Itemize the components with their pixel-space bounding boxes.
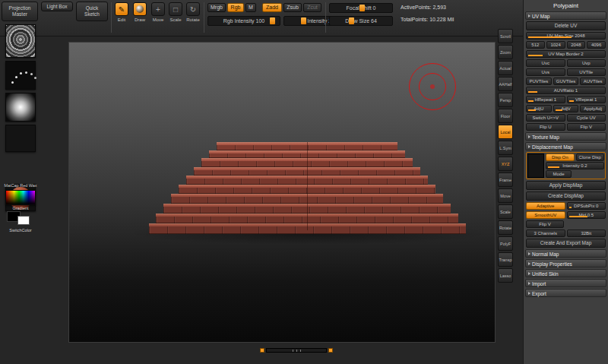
flip-u-button[interactable]: Flip U (526, 123, 565, 131)
auvtiles-button[interactable]: AUVTiles (580, 78, 606, 85)
puvtiles-button[interactable]: PUVTiles (526, 78, 552, 85)
shelf-frame-button[interactable]: Frame (498, 173, 513, 187)
apply-adj-button[interactable]: ApplyAdj (580, 105, 606, 112)
mrgb-button[interactable]: Mrgb (207, 3, 226, 12)
focal-shift-slider[interactable]: Focal Shift 0 (329, 3, 393, 13)
shelf-move-button[interactable]: Move (498, 188, 513, 203)
shelf-xyz-button[interactable]: XYZ (498, 157, 513, 171)
uv-map-size-slider[interactable]: UV Map Size 2048 (526, 32, 606, 40)
brush-thumbnail[interactable] (5, 24, 36, 58)
zcut-button[interactable]: Zcut (303, 3, 321, 12)
smooth-uv-button[interactable]: SmoothUV (526, 211, 565, 219)
texture-thumbnail[interactable] (5, 125, 36, 152)
section-import[interactable]: Import (525, 279, 606, 287)
auv-ratio-slider[interactable]: AUVRatio 1 (526, 87, 606, 94)
shelf-floor-button[interactable]: Floor (498, 109, 513, 123)
panel-title: Polypaint (524, 2, 608, 10)
adjv-slider[interactable]: AdjV (553, 105, 579, 112)
stroke-thumbnail[interactable] (5, 61, 36, 90)
disp-mode-button[interactable]: Mode (546, 170, 572, 178)
channels-button[interactable]: 3 Channels (526, 229, 565, 237)
shelf-persp-button[interactable]: Persp (498, 93, 513, 107)
section-display-properties[interactable]: Display Properties (525, 259, 606, 267)
m-button[interactable]: M (245, 3, 256, 12)
scroll-right-handle[interactable] (328, 348, 333, 353)
scale-button[interactable]: □ (169, 2, 182, 16)
disp-on-button[interactable]: Disp On (546, 154, 575, 161)
shelf-rotate-button[interactable]: Rotate (498, 220, 513, 235)
uvs-button[interactable]: Uvs (526, 68, 565, 76)
delete-uv-button[interactable]: Delete UV (526, 21, 606, 30)
move-button[interactable]: + (151, 2, 165, 16)
section-texture-map[interactable]: Texture Map (525, 132, 606, 141)
slider-handle[interactable] (349, 17, 354, 24)
adaptive-button[interactable]: Adaptive (526, 202, 565, 210)
flip-v-button[interactable]: Flip V (567, 123, 606, 131)
create-dispmap-button[interactable]: Create DispMap (526, 191, 606, 201)
toolbar-divider (111, 2, 112, 33)
scroll-track[interactable] (266, 348, 327, 353)
uvp-button[interactable]: Uvp (567, 59, 606, 67)
size-1024-button[interactable]: 1024 (546, 41, 565, 49)
alpha-thumbnail[interactable] (5, 93, 36, 122)
vrepeat-slider[interactable]: VRepeat 1 (567, 96, 606, 103)
projection-master-button[interactable]: Projection Master (2, 2, 38, 21)
apply-dispmap-button[interactable]: Apply DispMap (526, 181, 606, 190)
adju-slider[interactable]: AdjU (526, 105, 552, 112)
slider-handle[interactable] (270, 17, 275, 24)
uvc-button[interactable]: Uvc (526, 59, 565, 67)
shelf-transp-button[interactable]: Transp (498, 252, 513, 267)
section-unified-skin[interactable]: Unified Skin (525, 269, 606, 277)
shelf-local-button[interactable]: Local (498, 125, 513, 139)
disp-intensity-slider[interactable]: Intensity 0.2 (546, 162, 604, 169)
expand-arrow-icon (528, 135, 530, 138)
secondary-color-swatch[interactable] (17, 216, 30, 225)
size-2048-button[interactable]: 2048 (567, 41, 586, 49)
cycle-uv-button[interactable]: Cycle UV (567, 114, 606, 122)
shelf-polyf-button[interactable]: PolyF (498, 236, 513, 251)
clone-disp-button[interactable]: Clone Disp (576, 154, 605, 161)
uv-map-border-slider[interactable]: UV Map Border 2 (526, 50, 606, 58)
shelf-lasso-button[interactable]: Lasso (498, 268, 513, 283)
scroll-left-handle[interactable] (260, 348, 264, 353)
rotate-button[interactable]: ↻ (186, 2, 200, 16)
total-points-stat: TotalPoints: 10.228 Mil (401, 17, 454, 22)
color-picker[interactable] (5, 190, 36, 205)
section-displacement-map[interactable]: Displacement Map (525, 142, 606, 150)
size-512-button[interactable]: 512 (526, 41, 545, 49)
draw-size-slider[interactable]: Draw Size 64 (329, 16, 393, 26)
zsub-button[interactable]: Zsub (283, 3, 302, 12)
slider-handle[interactable] (301, 17, 306, 24)
edit-label: Edit (113, 17, 130, 22)
shelf-aahalf-button[interactable]: AAHalf (498, 77, 513, 91)
slider-handle[interactable] (359, 5, 365, 11)
disp-flip-v-button[interactable]: Flip V (526, 220, 564, 228)
shelf-scale-button[interactable]: Scale (498, 204, 513, 219)
light-box-button[interactable]: Light Box (41, 2, 73, 11)
guvtiles-button[interactable]: GUVTiles (553, 78, 579, 85)
uvtile-button[interactable]: UVTile (567, 68, 606, 76)
size-4096-button[interactable]: 4096 (587, 41, 606, 49)
shelf-lsym-button[interactable]: L.Sym (498, 141, 513, 155)
section-normal-map[interactable]: Normal Map (525, 249, 606, 258)
shelf-actual-button[interactable]: Actual (498, 61, 513, 75)
rgb-intensity-slider[interactable]: Rgb Intensity 100 (207, 16, 280, 26)
dpsubpix-slider[interactable]: DPSubPix 0 (567, 202, 606, 210)
zadd-button[interactable]: Zadd (262, 3, 282, 12)
section-export[interactable]: Export (525, 289, 606, 297)
document-canvas[interactable] (68, 42, 496, 343)
create-and-export-map-button[interactable]: Create And Export Map (526, 239, 606, 248)
switch-uv-button[interactable]: Switch U<>V (526, 114, 565, 122)
rgb-button[interactable]: Rgb (227, 3, 244, 12)
edit-button[interactable]: ✎ (115, 2, 128, 16)
document-scrollbar[interactable] (260, 346, 333, 355)
bits-button[interactable]: 32Bit (567, 229, 606, 237)
hrepeat-slider[interactable]: HRepeat 1 (526, 96, 565, 103)
displacement-thumbnail[interactable] (527, 154, 544, 178)
mid-slider[interactable]: Mid 0.5 (567, 211, 606, 219)
shelf-zoom-button[interactable]: Zoom (498, 45, 513, 59)
quick-sketch-button[interactable]: Quick Sketch (76, 2, 108, 21)
draw-button[interactable] (133, 2, 147, 16)
shelf-scroll-button[interactable]: Scroll (498, 29, 513, 43)
section-uv-map[interactable]: UV Map (525, 11, 606, 20)
